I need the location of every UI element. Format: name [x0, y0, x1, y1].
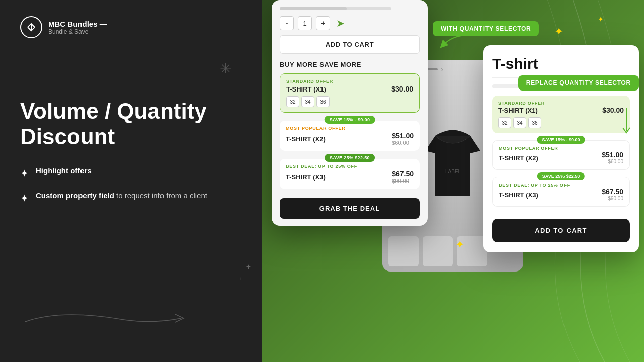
d-size-32[interactable]: 32: [498, 117, 511, 128]
mobile-save-badge-3: SAVE 25% $22.50: [325, 154, 375, 162]
desktop-offer-3-price: $67.50: [602, 188, 623, 196]
mobile-progress-bar: [280, 7, 391, 10]
feature-item-1: ✦ Highlight offers: [20, 165, 242, 181]
brand-tagline: Bundle & Save: [48, 28, 107, 35]
desktop-offer-3-price-old: $90.00: [602, 196, 623, 201]
qty-plus-btn[interactable]: +: [316, 16, 330, 30]
sparkle-icon-2: ✦: [20, 191, 29, 206]
right-panel: WITH QUANTITY SELECTOR REPLACE QUANTITY …: [262, 0, 644, 362]
feature-item-2: ✦ Custom property field to request info …: [20, 190, 242, 206]
feature-list: ✦ Highlight offers ✦ Custom property fie…: [20, 165, 242, 206]
desktop-offer-2[interactable]: SAVE 15% - $9.00 MOST POPULAR OFFER T-SH…: [492, 140, 630, 170]
plus-decoration-1: +: [246, 262, 251, 272]
arrow-decoration: [20, 304, 191, 332]
mobile-offer-1-name: T-SHIRT (X1): [286, 85, 326, 93]
carousel-arrow-icon[interactable]: ›: [441, 65, 443, 73]
sparkle-top-right: ✦: [598, 15, 604, 23]
plus-decoration-2: +: [239, 276, 243, 282]
mobile-offer-1-sizes: 32 34 36: [286, 96, 413, 107]
mobile-offer-2-label: MOST POPULAR OFFER: [286, 126, 414, 131]
brand-name: MBC Bundles —: [48, 20, 107, 28]
mobile-offer-3-label: BEST DEAL: UP TO 25% OFF: [286, 164, 414, 169]
mobile-offer-3-name: T-SHIRT (X3): [286, 173, 326, 181]
mobile-offer-3[interactable]: SAVE 25% $22.50 BEST DEAL: UP TO 25% OFF…: [280, 159, 420, 189]
mobile-offer-3-price-old: $90.00: [392, 178, 414, 184]
grab-deal-btn[interactable]: GRAB THE DEAL: [280, 198, 420, 219]
mobile-save-badge-2: SAVE 15% - $9.00: [325, 116, 375, 124]
desktop-save-badge-2: SAVE 15% - $9.00: [537, 136, 585, 144]
thumb-1[interactable]: [388, 236, 419, 266]
feature-text-1: Highlight offers: [36, 165, 92, 177]
qty-minus-btn[interactable]: -: [280, 16, 294, 30]
desktop-offer-1[interactable]: STANDARD OFFER T-SHIRT (X1) $30.00 32 34…: [492, 96, 630, 133]
thumb-2[interactable]: [423, 236, 453, 266]
mobile-offer-2-price-old: $60.00: [392, 140, 414, 146]
size-34[interactable]: 34: [301, 96, 314, 107]
desktop-offer-3-name: T-SHIRT (X3): [499, 191, 538, 199]
desktop-offer-2-price-old: $60.00: [602, 159, 623, 164]
desktop-offer-3-label: BEST DEAL: UP TO 25% OFF: [499, 183, 623, 188]
mobile-offer-3-price: $67.50: [392, 170, 414, 178]
main-heading: Volume / Quantity Discount: [20, 99, 242, 149]
tshirt-svg: LABEL: [418, 126, 488, 206]
d-size-36[interactable]: 36: [528, 117, 541, 128]
replace-arrow-svg: [614, 106, 639, 136]
desktop-product-title: T-shirt: [492, 55, 630, 72]
mobile-card: - 1 + ➤ ADD TO CART BUY MORE SAVE MORE S…: [272, 0, 428, 226]
desktop-offer-2-label: MOST POPULAR OFFER: [499, 146, 623, 151]
mobile-add-to-cart-btn[interactable]: ADD TO CART: [280, 35, 420, 54]
desktop-offer-1-sizes: 32 34 36: [498, 117, 624, 128]
mobile-offer-1[interactable]: STANDARD OFFER T-SHIRT (X1) $30.00 32 34…: [280, 73, 420, 113]
left-panel: MBC Bundles — Bundle & Save ✳ Volume / Q…: [0, 0, 262, 362]
tooltip-with-qty: WITH QUANTITY SELECTOR: [433, 21, 539, 36]
qty-arrow-icon: ➤: [336, 17, 345, 29]
logo-text: MBC Bundles — Bundle & Save: [48, 20, 107, 35]
desktop-offer-3[interactable]: SAVE 25% $22.50 BEST DEAL: UP TO 25% OFF…: [492, 177, 630, 207]
logo-area: MBC Bundles — Bundle & Save: [20, 16, 242, 38]
sparkle-icon-1: ✦: [20, 166, 29, 181]
desktop-offer-2-price: $51.00: [602, 151, 623, 159]
svg-text:LABEL: LABEL: [445, 169, 461, 174]
mobile-offer-1-label: STANDARD OFFER: [286, 79, 413, 84]
mobile-offer-2-price: $51.00: [392, 132, 414, 140]
desktop-save-badge-3: SAVE 25% $22.50: [537, 172, 585, 180]
desktop-offer-1-name: T-SHIRT (X1): [498, 107, 538, 114]
mobile-offer-2-name: T-SHIRT (X2): [286, 135, 326, 143]
desktop-offer-1-label: STANDARD OFFER: [498, 101, 624, 106]
asterisk-decoration: ✳: [220, 60, 231, 77]
mobile-section-title: BUY MORE SAVE MORE: [280, 61, 420, 68]
tooltip-replace-qty: REPLACE QUANTITY SELECTOR: [518, 75, 639, 90]
mobile-offer-2[interactable]: SAVE 15% - $9.00 MOST POPULAR OFFER T-SH…: [280, 121, 420, 151]
qty-value: 1: [298, 16, 312, 30]
sparkle-bot: ✦: [455, 238, 464, 251]
size-32[interactable]: 32: [286, 96, 299, 107]
sparkle-top-left: ✦: [554, 25, 564, 38]
desktop-offer-2-name: T-SHIRT (X2): [499, 154, 538, 162]
desktop-add-to-cart-btn[interactable]: ADD TO CART: [492, 219, 630, 242]
logo-icon: [20, 16, 42, 38]
d-size-34[interactable]: 34: [513, 117, 526, 128]
qty-row: - 1 + ➤: [280, 16, 420, 30]
mobile-offer-1-price: $30.00: [391, 85, 413, 93]
size-36[interactable]: 36: [316, 96, 330, 107]
feature-text-2: Custom property field to request info fr…: [36, 190, 207, 202]
